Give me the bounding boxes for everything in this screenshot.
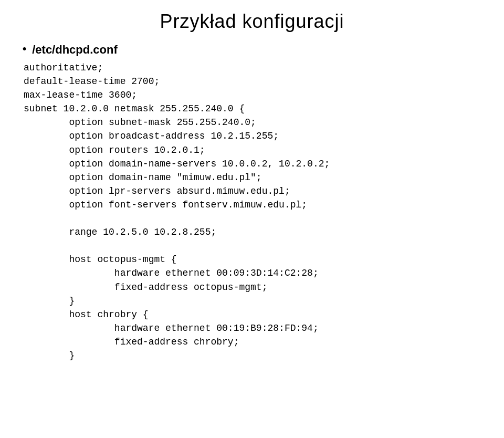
file-header: • /etc/dhcpd.conf xyxy=(21,43,483,57)
bullet-icon: • xyxy=(21,44,28,56)
file-name: /etc/dhcpd.conf xyxy=(32,43,118,57)
title-section: Przykład konfiguracji xyxy=(16,11,488,33)
content-section: • /etc/dhcpd.conf authoritative; default… xyxy=(16,43,488,362)
page-title: Przykład konfiguracji xyxy=(16,11,488,33)
code-block: authoritative; default-lease-time 2700; … xyxy=(21,61,483,362)
page-container: Przykład konfiguracji • /etc/dhcpd.conf … xyxy=(0,0,504,438)
